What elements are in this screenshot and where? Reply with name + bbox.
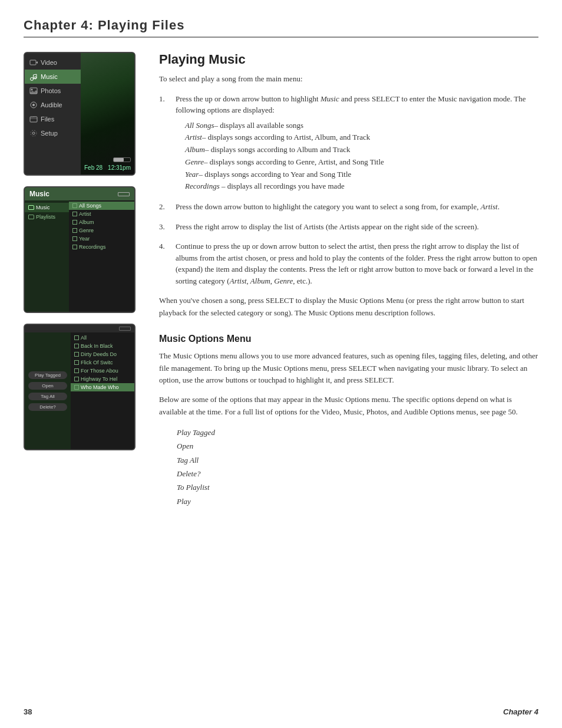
song-item-who-made: Who Made Who [71,383,134,391]
screen2-right-panel: All Songs Artist Album [69,200,134,312]
checkbox-dirty-deeds [74,352,79,357]
device-screen-3: Play Tagged Open Tag All Delete? All [24,324,135,450]
menu-item-video: Video [25,55,81,70]
setup-icon [29,129,38,137]
chapter-title: Chapter 4: Playing Files [24,18,538,33]
song-option-allsongs: All Songs [69,202,134,210]
song-option-album: Album [69,218,134,226]
photos-icon [29,87,38,95]
checkbox-recordings [72,245,77,249]
option-open: Open [28,382,67,390]
svg-rect-13 [30,117,37,122]
svg-point-15 [31,130,37,136]
page-number-right: Chapter 4 [503,707,538,716]
steps-list: Press the up or down arrow button to hig… [159,93,538,287]
checkbox-genre [72,228,77,233]
playing-music-title: Playing Music [159,52,538,67]
screen3-body: Play Tagged Open Tag All Delete? All [25,332,134,449]
sub-item-allsongs: All Songs– displays all available songs [185,120,538,132]
checkbox-year [72,236,77,241]
checkbox-highway [74,377,79,381]
step-1-content: Press the up or down arrow button to hig… [176,93,538,193]
option-item-tag-all: Tag All [177,453,538,467]
main-menu-list: Video Music Photos Audible [25,53,81,174]
date-time-display: Feb 28 12:31pm [84,164,131,171]
step-4: Continue to press the up or down arrow b… [159,241,538,286]
option-delete: Delete? [28,403,67,411]
screen2-left-panel: Music Playlists [25,200,69,312]
svg-line-7 [34,74,37,75]
screen1-inner: Video Music Photos Audible [25,53,134,174]
step-1: Press the up or down arrow button to hig… [159,93,538,193]
option-item-play-tagged: Play Tagged [177,426,538,439]
checkbox-back-in-black [74,344,79,348]
sub-item-album: Album– displays songs according to Album… [185,144,538,156]
song-item-flick: Flick Of Switc [71,358,134,367]
checkbox-who-made [74,385,79,390]
step-4-content: Continue to press the up or down arrow b… [176,241,538,286]
option-item-open: Open [177,439,538,453]
song-option-year: Year [69,235,134,243]
folder-icon-playlists [28,215,34,219]
device-screen-2: Music Music Playlists [24,186,135,313]
playing-music-paragraph: When you've chosen a song, press SELECT … [159,295,538,319]
screen3-left-panel: Play Tagged Open Tag All Delete? [25,332,71,449]
menu-item-photos: Photos [25,84,81,98]
sub-item-year: Year– displays songs according to Year a… [185,169,538,181]
menu-item-setup: Setup [25,126,81,140]
sub-options-list: All Songs– displays all available songs … [185,120,538,193]
music-options-intro: The Music Options menu allows you to use… [159,350,538,387]
checkbox-allsongs [72,203,77,208]
checkbox-all [74,335,79,340]
checkbox-album [72,220,77,225]
battery-indicator [113,157,131,162]
files-icon [29,115,38,123]
option-item-delete: Delete? [177,467,538,480]
step-3: Press the right arrow to display the lis… [159,221,538,233]
folder-icon-music [28,205,34,210]
screen3-header [25,325,134,332]
screen3-inner: Play Tagged Open Tag All Delete? All [25,325,134,449]
page-container: Chapter 4: Playing Files Video Music [0,0,562,728]
step-2: Press the down arrow button to highlight… [159,201,538,213]
song-item-back-in-black: Back In Black [71,342,134,350]
page-footer: 38 Chapter 4 [24,707,538,716]
svg-point-2 [31,78,34,81]
right-column: Playing Music To select and play a song … [159,52,538,508]
option-item-play: Play [177,495,538,508]
music-icon [29,73,38,81]
video-icon [29,58,38,67]
song-option-artist: Artist [69,210,134,218]
audible-icon [29,101,38,109]
screen2-battery [118,192,130,196]
music-options-title: Music Options Menu [159,334,538,344]
svg-point-12 [32,104,35,106]
screen2-title: Music [29,190,49,198]
music-options-items: Play Tagged Open Tag All Delete? To Play… [177,426,538,508]
menu-item-files: Files [25,112,81,126]
svg-marker-10 [30,90,37,94]
screen2-inner: Music Music Playlists [25,187,134,312]
screen3-battery [119,327,131,331]
svg-rect-0 [30,60,36,65]
song-item-for-those: For Those Abou [71,367,134,375]
playing-music-intro: To select and play a song from the main … [159,73,538,85]
song-item-all: All [71,334,134,342]
checkbox-flick [74,360,79,365]
screen1-right: Feb 28 12:31pm [81,53,134,174]
screen2-body: Music Playlists All Songs [25,200,134,312]
music-category-playlists: Playlists [25,212,69,222]
song-option-genre: Genre [69,226,134,235]
menu-item-music: Music [25,70,81,84]
left-column: Video Music Photos Audible [24,52,141,508]
checkbox-artist [72,212,77,216]
device-screen-1: Video Music Photos Audible [24,52,135,176]
music-category-music: Music [25,203,69,212]
sub-item-genre: Genre– displays songs according to Genre… [185,156,538,169]
chapter-header: Chapter 4: Playing Files [24,18,538,38]
page-number-left: 38 [24,707,32,716]
menu-item-audible: Audible [25,98,81,112]
sub-item-artist: Artist– displays songs according to Arti… [185,131,538,144]
screen2-header: Music [25,187,134,200]
option-play-tagged: Play Tagged [28,371,67,379]
